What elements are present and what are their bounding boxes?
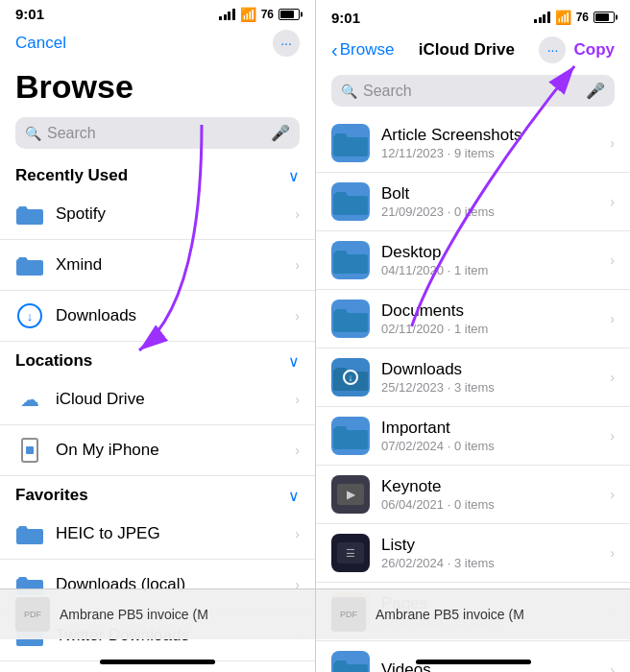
folder-chevron-important: › <box>610 428 615 444</box>
nav-title-right: iCloud Drive <box>419 40 515 60</box>
search-input-left[interactable]: Search <box>47 125 265 142</box>
preview-thumb-right: PDF <box>331 597 366 632</box>
status-icons-left: 📶 76 <box>219 7 300 22</box>
folder-info-documents: Documents 02/11/2020 · 1 item <box>381 301 598 336</box>
folder-info-bolt: Bolt 21/09/2023 · 0 items <box>381 184 598 219</box>
download-icon-left: ↓ <box>15 301 44 330</box>
recently-used-section: Recently Used ∨ <box>0 156 315 189</box>
folder-meta-downloads: 25/12/2023 · 3 items <box>381 380 598 395</box>
folder-info-keynote: Keynote 06/04/2021 · 0 items <box>381 477 598 512</box>
recently-used-chevron[interactable]: ∨ <box>288 167 300 185</box>
folder-meta-documents: 02/11/2020 · 1 item <box>381 322 598 336</box>
list-item-icloud[interactable]: ☁ iCloud Drive › <box>0 374 315 425</box>
icloud-icon: ☁ <box>15 385 44 414</box>
folder-thumb-article <box>331 124 370 162</box>
folder-name-article: Article Screenshots <box>381 126 598 145</box>
search-input-right[interactable]: Search <box>363 83 580 100</box>
folder-row-downloads[interactable]: ↓ Downloads 25/12/2023 · 3 items › <box>316 348 630 407</box>
favorites-section: Favorites ∨ <box>0 476 315 509</box>
nav-bar-right: ‹ Browse iCloud Drive ··· Copy <box>316 33 630 71</box>
status-time-left: 9:01 <box>15 6 44 22</box>
folder-name-desktop: Desktop <box>381 243 598 262</box>
folder-chevron-article: › <box>610 135 615 151</box>
list-item-spotify[interactable]: Spotify › <box>0 189 315 240</box>
list-item-on-my-iphone[interactable]: On My iPhone › <box>0 425 315 476</box>
mic-icon-right[interactable]: 🎤 <box>586 82 605 100</box>
folder-row-documents[interactable]: Documents 02/11/2020 · 1 item › <box>316 290 630 348</box>
copy-button[interactable]: Copy <box>573 40 615 60</box>
folder-meta-bolt: 21/09/2023 · 0 items <box>381 204 598 219</box>
favorites-label: Favorites <box>15 486 88 505</box>
spotify-chevron: › <box>295 206 300 222</box>
wifi-icon-left: 📶 <box>240 7 256 22</box>
icloud-label: iCloud Drive <box>56 390 283 409</box>
search-icon-right: 🔍 <box>341 84 357 99</box>
search-bar-left[interactable]: 🔍 Search 🎤 <box>15 117 300 149</box>
folder-icon-heic <box>15 519 44 548</box>
preview-text-left: Ambrane PB5 invoice (M <box>60 607 208 622</box>
favorites-chevron[interactable]: ∨ <box>288 487 300 505</box>
browse-title: Browse <box>0 64 315 113</box>
list-item-heic[interactable]: HEIC to JPEG › <box>0 509 315 560</box>
preview-bar-left: PDF Ambrane PB5 invoice (M <box>0 588 315 639</box>
folder-info-downloads: Downloads 25/12/2023 · 3 items <box>381 360 598 395</box>
folder-row-listy[interactable]: ☰ Listy 26/02/2024 · 3 items › <box>316 524 630 583</box>
more-button-left[interactable]: ··· <box>273 30 300 57</box>
signal-icon-left <box>219 9 235 20</box>
status-icons-right: 📶 76 <box>534 10 615 25</box>
on-my-iphone-label: On My iPhone <box>56 441 283 460</box>
folder-icon-spotify <box>15 200 44 228</box>
folder-thumb-downloads: ↓ <box>331 358 370 396</box>
folder-row-important[interactable]: Important 07/02/2024 · 0 items › <box>316 407 630 466</box>
folder-chevron-bolt: › <box>610 194 615 209</box>
folder-chevron-documents: › <box>610 311 615 326</box>
folder-meta-article: 12/11/2023 · 9 items <box>381 146 598 160</box>
back-arrow-icon: ‹ <box>331 39 338 61</box>
folder-chevron-keynote: › <box>610 487 615 502</box>
xmind-chevron: › <box>295 257 300 273</box>
more-button-right[interactable]: ··· <box>539 36 566 63</box>
back-button[interactable]: ‹ Browse <box>331 39 394 61</box>
search-bar-right[interactable]: 🔍 Search 🎤 <box>331 75 615 107</box>
folder-name-listy: Listy <box>381 536 598 555</box>
folder-row-desktop[interactable]: Desktop 04/11/2020 · 1 item › <box>316 231 630 290</box>
locations-label: Locations <box>15 351 92 371</box>
wifi-icon-right: 📶 <box>555 10 571 25</box>
folder-thumb-keynote: ▶ <box>331 475 370 514</box>
nav-bar-left: Cancel ··· <box>0 26 315 64</box>
heic-label: HEIC to JPEG <box>56 524 283 543</box>
folder-thumb-bolt <box>331 182 370 221</box>
folder-info-article: Article Screenshots 12/11/2023 · 9 items <box>381 126 598 160</box>
icloud-chevron: › <box>295 392 300 407</box>
list-item-downloads[interactable]: ↓ Downloads › <box>0 291 315 342</box>
folder-name-downloads-r: Downloads <box>381 360 598 379</box>
folder-info-important: Important 07/02/2024 · 0 items <box>381 419 598 453</box>
folder-row-article-screenshots[interactable]: Article Screenshots 12/11/2023 · 9 items… <box>316 114 630 173</box>
downloads-chevron: › <box>295 308 300 324</box>
battery-label-left: 76 <box>261 8 274 21</box>
list-item-xmind[interactable]: Xmind › <box>0 240 315 291</box>
battery-icon-left <box>279 9 300 20</box>
back-label: Browse <box>340 40 395 60</box>
folder-thumb-important <box>331 417 370 455</box>
heic-chevron: › <box>295 526 300 541</box>
locations-section: Locations ∨ <box>0 342 315 374</box>
folder-meta-listy: 26/02/2024 · 3 items <box>381 556 598 570</box>
folder-meta-important: 07/02/2024 · 0 items <box>381 439 598 453</box>
spotify-label: Spotify <box>56 204 283 224</box>
folder-row-keynote[interactable]: ▶ Keynote 06/04/2021 · 0 items › <box>316 466 630 524</box>
folder-chevron-downloads: › <box>610 370 615 385</box>
right-panel: 9:01 📶 76 ‹ Browse iCloud Drive ··· Copy <box>315 0 630 672</box>
mic-icon-left[interactable]: 🎤 <box>271 124 290 142</box>
folder-name-documents: Documents <box>381 301 598 321</box>
battery-icon-right <box>594 12 615 23</box>
signal-icon-right <box>534 12 550 23</box>
left-panel: 9:01 📶 76 Cancel ··· Browse 🔍 Search 🎤 R… <box>0 0 315 672</box>
locations-chevron[interactable]: ∨ <box>288 352 300 371</box>
folder-chevron-listy: › <box>610 545 615 561</box>
folder-name-important: Important <box>381 419 598 438</box>
folder-name-bolt: Bolt <box>381 184 598 204</box>
cancel-button[interactable]: Cancel <box>15 34 66 53</box>
recently-used-label: Recently Used <box>15 166 128 185</box>
folder-row-bolt[interactable]: Bolt 21/09/2023 · 0 items › <box>316 173 630 231</box>
